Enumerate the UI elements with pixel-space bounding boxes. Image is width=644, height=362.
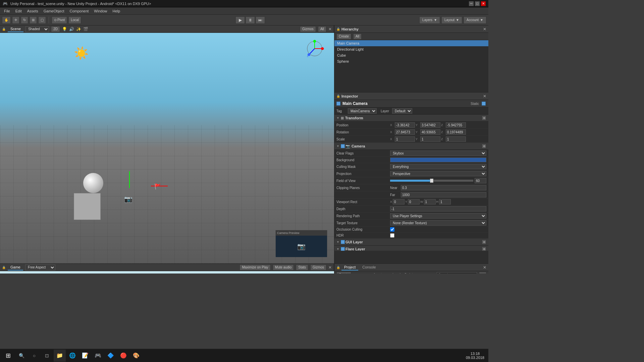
tab-console[interactable]: Console [360, 264, 378, 270]
hierarchy-all-button[interactable]: All [353, 34, 362, 40]
tab-scene[interactable]: Scene [8, 26, 23, 32]
restore-button[interactable]: □ [475, 1, 480, 6]
flare-layer-title: Flare Layer [345, 247, 482, 251]
inspector-close-button[interactable]: ✕ [483, 94, 486, 99]
transform-settings-button[interactable]: ⚙ [482, 116, 486, 120]
hierarchy-item-cube[interactable]: Cube [334, 52, 488, 58]
play-button[interactable]: ▶ [235, 16, 245, 24]
far-input[interactable] [401, 192, 486, 197]
clipping-far-row: Far [334, 191, 488, 198]
all-button[interactable]: All [318, 26, 326, 32]
vp-x-input[interactable] [393, 199, 405, 204]
hdr-checkbox[interactable] [390, 233, 394, 238]
fov-input[interactable] [475, 178, 486, 183]
projection-dropdown[interactable]: Perspective [390, 171, 486, 176]
vp-h-input[interactable] [439, 199, 451, 204]
account-dropdown[interactable]: Account ▼ [464, 16, 486, 24]
menu-window[interactable]: Window [91, 8, 110, 14]
position-y-input[interactable] [420, 122, 440, 128]
gui-layer-header[interactable]: ▼ GUI Layer ⚙ [334, 239, 488, 246]
fov-slider-thumb[interactable] [430, 179, 433, 183]
titlebar-title: Unity Personal - test_scene.unity - New … [10, 2, 151, 6]
camera-enabled-checkbox[interactable] [341, 144, 345, 148]
viewport-row: Viewport Rect X Y W H [334, 198, 488, 205]
scene-lock-icon: 🔒 [2, 27, 6, 31]
game-view[interactable] [0, 271, 334, 274]
layout-dropdown[interactable]: Layout ▼ [441, 16, 462, 24]
menu-file[interactable]: File [1, 8, 13, 14]
layer-dropdown[interactable]: Default [392, 108, 412, 114]
camera-settings-button[interactable]: ⚙ [482, 144, 486, 148]
project-view-options[interactable]: ⊞ [479, 272, 486, 274]
depth-input[interactable] [390, 206, 486, 212]
occlusion-checkbox[interactable] [390, 227, 394, 232]
target-texture-dropdown[interactable]: None (Render Texture) [390, 220, 486, 226]
move-tool-button[interactable]: ✛ [12, 16, 19, 24]
pause-button[interactable]: ⏸ [246, 16, 255, 24]
position-x-input[interactable] [395, 122, 415, 128]
rendering-path-dropdown[interactable]: Use Player Settings [390, 213, 486, 219]
hierarchy-item-main-camera[interactable]: Main Camera [334, 40, 488, 46]
hierarchy-close-button[interactable]: ✕ [483, 27, 486, 32]
pivot-button[interactable]: ⊙ Pivot [52, 16, 67, 24]
menu-component[interactable]: Component [67, 8, 91, 14]
gui-settings-button[interactable]: ⚙ [482, 240, 486, 244]
menu-assets[interactable]: Assets [24, 8, 41, 14]
search-input[interactable] [437, 272, 477, 274]
object-enabled-checkbox[interactable] [336, 102, 340, 106]
scale-x-input[interactable] [395, 136, 415, 142]
rect-tool-button[interactable]: ▢ [38, 16, 46, 24]
game-view-close-button[interactable]: ✕ [328, 265, 332, 270]
scale-z-input[interactable] [446, 136, 466, 142]
scene-view[interactable]: ☀️ 📷 🚩 Y X [0, 33, 334, 263]
gizmos-button[interactable]: Gizmos [300, 26, 316, 32]
flare-layer-header[interactable]: ▼ Flare Layer ⚙ [334, 246, 488, 251]
sound-icon: 🔊 [69, 27, 74, 32]
transform-header[interactable]: ▼ ⊞ Transform ⚙ [334, 115, 488, 122]
background-color-swatch[interactable] [390, 158, 486, 162]
vp-w-input[interactable] [424, 199, 436, 204]
shading-dropdown[interactable]: Shaded [25, 26, 49, 32]
camera-header[interactable]: ▼ 📷 Camera ⚙ [334, 143, 488, 150]
menu-gameobject[interactable]: GameObject [41, 8, 67, 14]
stats-button[interactable]: Stats [296, 264, 308, 270]
aspect-dropdown[interactable]: Free Aspect [25, 264, 55, 270]
scale-y-input[interactable] [420, 136, 440, 142]
tab-project[interactable]: Project [341, 264, 358, 270]
hierarchy-item-sphere[interactable]: Sphere [334, 58, 488, 64]
layers-dropdown[interactable]: Layers ▼ [419, 16, 440, 24]
near-input[interactable] [401, 185, 486, 190]
menu-edit[interactable]: Edit [13, 8, 24, 14]
vp-y-input[interactable] [408, 199, 420, 204]
scale-tool-button[interactable]: ⊞ [30, 16, 37, 24]
close-button[interactable]: ✕ [481, 1, 486, 6]
flare-layer-enabled[interactable] [341, 247, 345, 251]
project-close-button[interactable]: ✕ [483, 265, 486, 270]
culling-mask-dropdown[interactable]: Everything [390, 164, 486, 169]
fov-slider[interactable] [390, 180, 473, 182]
mute-audio-button[interactable]: Mute audio [273, 264, 294, 270]
clear-flags-dropdown[interactable]: Skybox [390, 150, 486, 156]
menu-help[interactable]: Help [110, 8, 123, 14]
tab-game[interactable]: Game [8, 264, 23, 270]
maximize-play-button[interactable]: Maximize on Play [239, 264, 270, 270]
hierarchy-create-button[interactable]: Create [336, 34, 351, 40]
flare-settings-button[interactable]: ⚙ [482, 247, 486, 251]
game-gizmos-button[interactable]: Gizmos [310, 264, 326, 270]
position-z-input[interactable] [446, 122, 466, 128]
project-create-button[interactable]: Create [336, 272, 351, 274]
static-checkbox[interactable] [482, 102, 486, 106]
rotation-z-input[interactable] [446, 129, 466, 135]
rotation-x-input[interactable] [395, 129, 415, 135]
gui-layer-enabled[interactable] [341, 240, 345, 244]
hierarchy-item-directional-light[interactable]: Directional Light [334, 46, 488, 52]
local-button[interactable]: Local [68, 16, 81, 24]
tag-dropdown[interactable]: MainCamera [348, 108, 377, 114]
hand-tool-button[interactable]: ✋ [2, 16, 11, 24]
rotate-tool-button[interactable]: ↻ [21, 16, 28, 24]
step-button[interactable]: ⏭ [256, 16, 265, 24]
rotation-y-input[interactable] [420, 129, 440, 135]
minimize-button[interactable]: ─ [469, 1, 474, 6]
2d-button[interactable]: 2D [51, 26, 60, 32]
scene-close-button[interactable]: ✕ [328, 27, 332, 32]
